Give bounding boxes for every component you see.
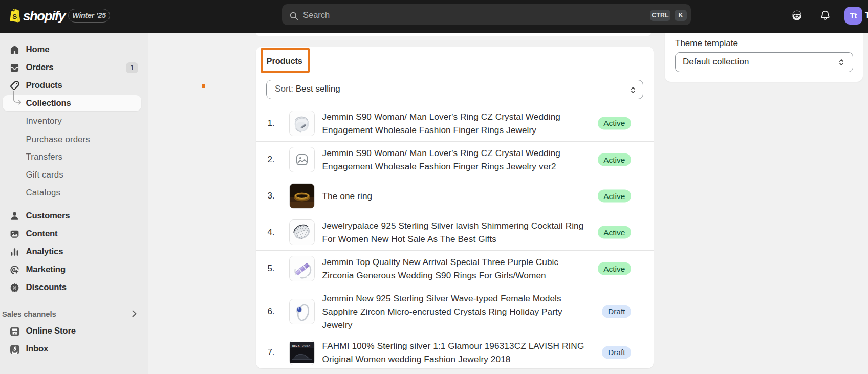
- svg-text:S: S: [12, 13, 17, 20]
- svg-text:BBC X: BBC X: [292, 344, 300, 347]
- svg-text:LAVISH: LAVISH: [302, 344, 310, 347]
